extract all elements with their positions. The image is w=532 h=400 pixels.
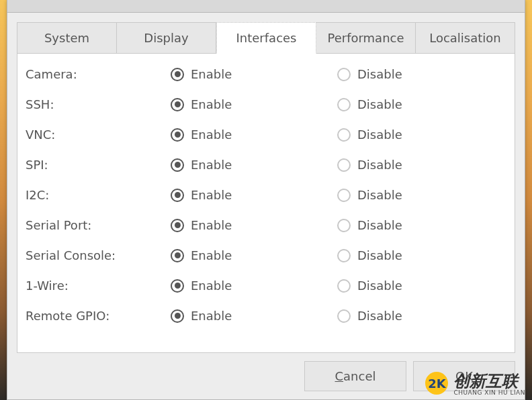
radio-icon (337, 309, 351, 323)
label-remote-gpio: Remote GPIO: (20, 309, 171, 323)
desktop-background: System Display Interfaces Performance Lo… (0, 0, 532, 400)
i2c-enable-option[interactable]: Enable (171, 188, 337, 202)
radio-icon (337, 68, 351, 81)
window-content: System Display Interfaces Performance Lo… (7, 13, 525, 399)
label-vnc: VNC: (20, 128, 171, 142)
row-remote-gpio: Remote GPIO: Enable Disable (20, 301, 512, 331)
radio-icon (337, 219, 351, 232)
radio-icon (337, 279, 351, 293)
tab-system[interactable]: System (17, 22, 117, 53)
row-i2c: I2C: Enable Disable (20, 180, 512, 210)
one-wire-disable-option[interactable]: Disable (337, 279, 504, 293)
disable-text: Disable (357, 67, 402, 81)
radio-icon (337, 249, 351, 262)
cancel-rest: ancel (343, 369, 375, 383)
camera-enable-option[interactable]: Enable (171, 67, 337, 81)
mnemonic-o: O (455, 369, 465, 383)
serial-port-enable-option[interactable]: Enable (171, 218, 337, 232)
disable-text: Disable (357, 128, 402, 142)
enable-text: Enable (191, 218, 232, 232)
label-serial-port: Serial Port: (20, 218, 171, 232)
label-i2c: I2C: (20, 188, 171, 202)
radio-icon (171, 68, 184, 81)
serial-port-disable-option[interactable]: Disable (337, 218, 504, 232)
enable-text: Enable (191, 67, 232, 81)
enable-text: Enable (191, 128, 232, 142)
disable-text: Disable (357, 188, 402, 202)
enable-text: Enable (191, 158, 232, 172)
serial-console-enable-option[interactable]: Enable (171, 248, 337, 262)
enable-text: Enable (191, 188, 232, 202)
row-ssh: SSH: Enable Disable (20, 89, 512, 119)
radio-icon (337, 158, 351, 172)
row-vnc: VNC: Enable Disable (20, 119, 512, 150)
enable-text: Enable (191, 309, 232, 323)
ok-button[interactable]: OK (413, 361, 515, 391)
row-serial-console: Serial Console: Enable Disable (20, 240, 512, 270)
ok-rest: K (465, 369, 473, 383)
tab-localisation[interactable]: Localisation (416, 22, 515, 53)
i2c-disable-option[interactable]: Disable (337, 188, 504, 202)
remote-gpio-enable-option[interactable]: Enable (171, 309, 337, 323)
camera-disable-option[interactable]: Disable (337, 67, 504, 81)
radio-icon (171, 158, 184, 172)
cancel-button[interactable]: Cancel (304, 361, 406, 391)
radio-icon (171, 249, 184, 262)
label-camera: Camera: (20, 67, 171, 81)
ssh-enable-option[interactable]: Enable (171, 97, 337, 111)
dialog-button-row: Cancel OK (17, 353, 515, 391)
radio-icon (171, 279, 184, 293)
mnemonic-c: C (335, 369, 344, 383)
spi-enable-option[interactable]: Enable (171, 158, 337, 172)
row-one-wire: 1-Wire: Enable Disable (20, 270, 512, 301)
vnc-enable-option[interactable]: Enable (171, 128, 337, 142)
tab-bar: System Display Interfaces Performance Lo… (17, 22, 515, 53)
radio-icon (171, 219, 184, 232)
spi-disable-option[interactable]: Disable (337, 158, 504, 172)
tab-interfaces[interactable]: Interfaces (216, 22, 316, 54)
disable-text: Disable (357, 248, 402, 262)
one-wire-enable-option[interactable]: Enable (171, 279, 337, 293)
enable-text: Enable (191, 248, 232, 262)
radio-icon (337, 189, 351, 202)
radio-icon (171, 189, 184, 202)
radio-icon (171, 128, 184, 142)
tab-performance[interactable]: Performance (316, 22, 416, 53)
label-serial-console: Serial Console: (20, 248, 171, 262)
radio-icon (171, 98, 184, 111)
ssh-disable-option[interactable]: Disable (337, 97, 504, 111)
disable-text: Disable (357, 279, 402, 293)
serial-console-disable-option[interactable]: Disable (337, 248, 504, 262)
label-one-wire: 1-Wire: (20, 279, 171, 293)
window-titlebar[interactable] (7, 0, 525, 13)
disable-text: Disable (357, 97, 402, 111)
row-serial-port: Serial Port: Enable Disable (20, 210, 512, 240)
label-ssh: SSH: (20, 97, 171, 111)
tab-display[interactable]: Display (117, 22, 216, 53)
row-camera: Camera: Enable Disable (20, 59, 512, 89)
disable-text: Disable (357, 309, 402, 323)
radio-icon (171, 309, 184, 323)
radio-icon (337, 98, 351, 111)
enable-text: Enable (191, 279, 232, 293)
label-spi: SPI: (20, 158, 171, 172)
tab-panel-interfaces: Camera: Enable Disable SSH: Enable (17, 53, 515, 353)
row-spi: SPI: Enable Disable (20, 150, 512, 180)
disable-text: Disable (357, 218, 402, 232)
enable-text: Enable (191, 97, 232, 111)
disable-text: Disable (357, 158, 402, 172)
vnc-disable-option[interactable]: Disable (337, 128, 504, 142)
radio-icon (337, 128, 351, 142)
remote-gpio-disable-option[interactable]: Disable (337, 309, 504, 323)
config-window: System Display Interfaces Performance Lo… (7, 0, 525, 400)
